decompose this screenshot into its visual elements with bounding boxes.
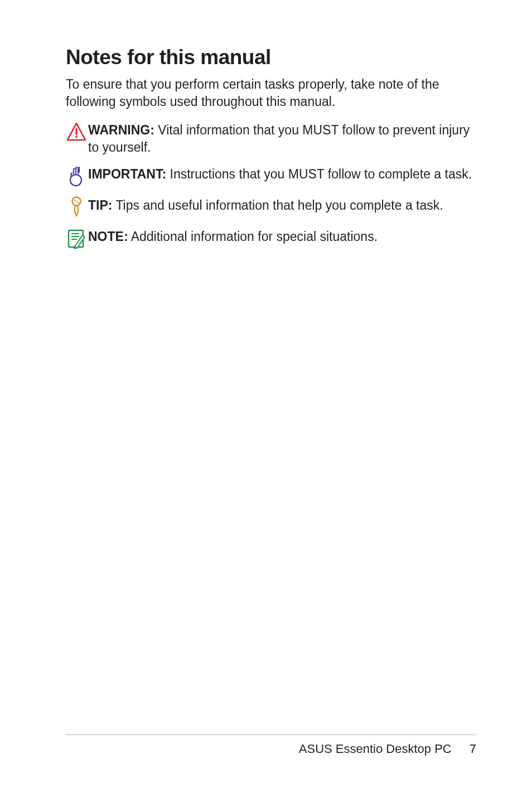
warning-icon	[66, 122, 87, 143]
note-icon	[66, 228, 87, 249]
section-heading: Notes for this manual	[66, 46, 476, 69]
important-text: IMPORTANT: Instructions that you MUST fo…	[88, 166, 476, 183]
note-text: NOTE: Additional information for special…	[88, 228, 476, 245]
page-number: 7	[470, 742, 476, 756]
svg-point-2	[70, 175, 81, 186]
important-icon	[66, 166, 87, 187]
tip-icon	[66, 197, 87, 218]
warning-note: WARNING: Vital information that you MUST…	[66, 122, 476, 156]
page-footer: ASUS Essentio Desktop PC 7	[66, 735, 476, 756]
tip-note: TIP: Tips and useful information that he…	[66, 197, 476, 218]
important-note: IMPORTANT: Instructions that you MUST fo…	[66, 166, 476, 187]
product-name: ASUS Essentio Desktop PC	[299, 742, 452, 756]
note-note: NOTE: Additional information for special…	[66, 228, 476, 249]
tip-text: TIP: Tips and useful information that he…	[88, 197, 476, 214]
intro-paragraph: To ensure that you perform certain tasks…	[66, 76, 476, 110]
svg-line-4	[74, 200, 79, 203]
warning-text: WARNING: Vital information that you MUST…	[88, 122, 476, 156]
svg-point-1	[75, 136, 78, 138]
